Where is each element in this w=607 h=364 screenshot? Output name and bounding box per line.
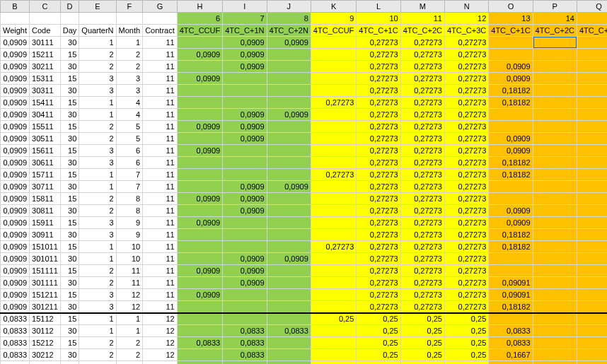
data-cell[interactable]: 0,0833 [489, 325, 533, 337]
data-cell[interactable]: 0,27273 [400, 301, 444, 313]
data-cell[interactable] [533, 73, 577, 85]
data-cell[interactable]: 0,0909 [177, 145, 222, 157]
data-cell[interactable] [311, 85, 356, 97]
data-cell[interactable]: 0,27273 [400, 109, 444, 121]
data-cell[interactable]: 0,0909 [1, 277, 30, 289]
numrow-cell[interactable]: 8 [267, 13, 311, 25]
data-cell[interactable]: 0,27273 [444, 37, 488, 49]
data-cell[interactable]: 0,27273 [357, 97, 400, 109]
data-cell[interactable] [267, 337, 311, 349]
data-cell[interactable]: 4 [116, 109, 143, 121]
data-cell[interactable] [223, 361, 267, 365]
data-cell[interactable]: 0,0909 [1, 241, 30, 253]
data-cell[interactable]: 5 [116, 121, 143, 133]
data-cell[interactable] [533, 337, 577, 349]
data-cell[interactable] [577, 301, 607, 313]
data-cell[interactable]: 11 [143, 121, 178, 133]
data-cell[interactable] [577, 277, 607, 289]
data-cell[interactable]: 30511 [30, 133, 61, 145]
data-cell[interactable]: 0,0909 [1, 253, 30, 265]
data-cell[interactable]: 1 [79, 325, 116, 337]
data-cell[interactable]: 0,0909 [177, 193, 222, 205]
data-cell[interactable]: 0,27273 [400, 97, 444, 109]
data-cell[interactable] [533, 325, 577, 337]
data-cell[interactable]: 0,25 [357, 325, 400, 337]
field-header[interactable]: 4TC_CCUF [311, 25, 356, 37]
data-cell[interactable]: 11 [143, 265, 178, 277]
data-cell[interactable]: 15 [60, 217, 79, 229]
data-cell[interactable]: 0,25 [311, 313, 356, 325]
data-cell[interactable] [223, 229, 267, 241]
col-header-G[interactable]: G [143, 1, 178, 13]
data-cell[interactable]: 0,27273 [444, 97, 488, 109]
col-header-B[interactable]: B [1, 1, 30, 13]
data-cell[interactable]: 30611 [30, 157, 61, 169]
data-cell[interactable] [177, 97, 222, 109]
data-cell[interactable]: 0,0909 [267, 109, 311, 121]
data-cell[interactable]: 15211 [30, 49, 61, 61]
data-cell[interactable]: 0,27273 [357, 109, 400, 121]
data-cell[interactable]: 0,18182 [489, 229, 533, 241]
data-cell[interactable] [177, 181, 222, 193]
data-cell[interactable]: 11 [143, 181, 178, 193]
col-header-D[interactable]: D [60, 1, 79, 13]
data-cell[interactable]: 0,27273 [400, 85, 444, 97]
data-cell[interactable]: 2 [79, 277, 116, 289]
data-cell[interactable] [177, 301, 222, 313]
data-cell[interactable] [533, 85, 577, 97]
data-cell[interactable] [267, 289, 311, 301]
data-cell[interactable]: 0,27273 [357, 289, 400, 301]
numrow-cell[interactable]: 11 [400, 13, 444, 25]
data-cell[interactable]: 0,0909 [1, 301, 30, 313]
data-cell[interactable]: 30 [60, 229, 79, 241]
data-cell[interactable] [489, 109, 533, 121]
data-cell[interactable]: 0,0909 [177, 289, 222, 301]
data-cell[interactable] [577, 229, 607, 241]
data-cell[interactable]: 0,0833 [223, 337, 267, 349]
data-cell[interactable]: 0,0909 [223, 121, 267, 133]
data-cell[interactable] [533, 121, 577, 133]
data-cell[interactable] [533, 97, 577, 109]
data-cell[interactable]: 0,18182 [489, 157, 533, 169]
data-cell[interactable]: 15311 [30, 73, 61, 85]
data-cell[interactable]: 1 [79, 37, 116, 49]
data-cell[interactable]: 0,0909 [223, 61, 267, 73]
data-cell[interactable]: 30 [60, 109, 79, 121]
data-cell[interactable]: 0,0909 [489, 205, 533, 217]
data-cell[interactable]: 0,27273 [444, 85, 488, 97]
data-cell[interactable]: 0,0909 [223, 193, 267, 205]
data-cell[interactable]: 0,27273 [357, 277, 400, 289]
data-cell[interactable]: 0,0833 [1, 361, 30, 365]
data-cell[interactable] [177, 61, 222, 73]
data-cell[interactable] [533, 145, 577, 157]
data-cell[interactable]: 0,27273 [311, 97, 356, 109]
numrow-cell[interactable] [1, 13, 30, 25]
data-cell[interactable] [177, 37, 222, 49]
data-cell[interactable]: 0,1667 [489, 349, 533, 361]
data-cell[interactable]: 0,0909 [1, 49, 30, 61]
data-cell[interactable]: 0,0833 [223, 349, 267, 361]
data-cell[interactable]: 0,0909 [223, 253, 267, 265]
data-cell[interactable]: 11 [143, 73, 178, 85]
data-cell[interactable]: 0,27273 [400, 277, 444, 289]
data-cell[interactable]: 12 [143, 313, 178, 325]
field-header[interactable]: Code [30, 25, 61, 37]
data-cell[interactable]: 0,25 [400, 361, 444, 365]
data-cell[interactable] [311, 181, 356, 193]
data-cell[interactable]: 1 [79, 241, 116, 253]
data-cell[interactable]: 0,27273 [444, 169, 488, 181]
data-cell[interactable]: 0,0909 [267, 37, 311, 49]
data-cell[interactable]: 0,0833 [177, 361, 222, 365]
data-cell[interactable] [177, 109, 222, 121]
data-cell[interactable] [533, 133, 577, 145]
data-cell[interactable] [533, 253, 577, 265]
data-cell[interactable]: 0,27273 [357, 265, 400, 277]
data-cell[interactable]: 151111 [30, 265, 61, 277]
data-cell[interactable]: 0,27273 [400, 253, 444, 265]
data-cell[interactable]: 0,27273 [444, 145, 488, 157]
data-cell[interactable]: 0,0909 [267, 181, 311, 193]
data-cell[interactable] [577, 121, 607, 133]
data-cell[interactable]: 30211 [30, 61, 61, 73]
data-cell[interactable]: 0,25 [400, 325, 444, 337]
data-cell[interactable]: 6 [116, 157, 143, 169]
